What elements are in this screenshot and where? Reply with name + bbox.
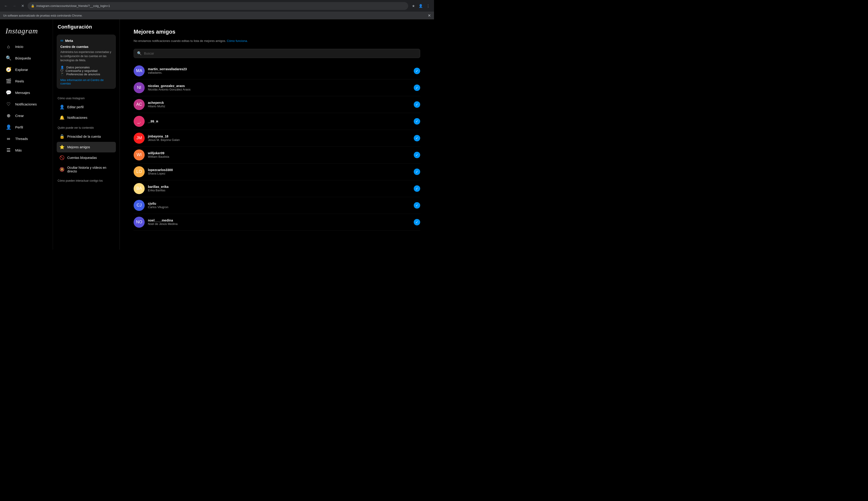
back-button[interactable]: ← <box>3 3 9 9</box>
sidebar-item-busqueda[interactable]: 🔍 Búsqueda <box>3 52 50 64</box>
sidebar-item-crear[interactable]: ⊕ Crear <box>3 110 50 121</box>
content-subtitle: No enviamos notificaciones cuando editas… <box>134 39 420 43</box>
settings-label-ocultar-historia: Ocultar historia y vídeos en directo <box>67 166 113 173</box>
settings-nav-cuentas-bloqueadas[interactable]: 🚫Cuentas bloqueadas <box>57 152 116 163</box>
settings-nav-notificaciones[interactable]: 🔔Notificaciones <box>57 113 116 123</box>
meta-description: Administra tus experiencias conectadas y… <box>60 50 112 62</box>
nav-icon-notificaciones: ♡ <box>6 101 11 107</box>
nav-label-mas: Más <box>15 148 22 152</box>
menu-button[interactable]: ⋮ <box>425 3 431 9</box>
avatar: WI <box>134 149 145 160</box>
friend-info-2: nicolas_gonzalez_araos Nicolás Antonio G… <box>148 84 411 91</box>
page-layout: Instagram ⌂ Inicio 🔍 Búsqueda 🧭 Explorar… <box>0 19 434 249</box>
friend-fullname: Erika Barillas <box>148 189 411 192</box>
nav-icon-inicio: ⌂ <box>6 43 11 50</box>
friend-check-8[interactable]: ✓ <box>414 185 420 192</box>
meta-link-label: Datos personales <box>66 66 89 69</box>
automation-banner: Un software automatizado de pruebas está… <box>0 12 434 19</box>
nav-icon-crear: ⊕ <box>6 113 11 119</box>
meta-more-link[interactable]: Más información en el Centro de cuentas <box>60 78 112 85</box>
meta-link-datos-personales[interactable]: 👤Datos personales <box>60 66 112 69</box>
meta-brand: Meta <box>65 39 73 43</box>
forward-button[interactable]: → <box>11 3 18 9</box>
sidebar-item-reels[interactable]: 🎬 Reels <box>3 75 50 87</box>
list-item: WI willjoker09 William Bautista ✓ <box>134 147 420 163</box>
friend-check-10[interactable]: ✓ <box>414 219 420 225</box>
settings-nav-mejores-amigos[interactable]: ⭐Mejores amigos <box>57 142 116 152</box>
friend-check-6[interactable]: ✓ <box>414 152 420 158</box>
meta-section-title: Centro de cuentas <box>60 45 112 49</box>
sidebar-item-threads[interactable]: ∞ Threads <box>3 133 50 145</box>
friend-fullname: Jesus M. Bayona Galan <box>148 138 411 142</box>
settings-nav-privacidad[interactable]: 🔒Privacidad de la cuenta <box>57 131 116 142</box>
url-text: instagram.com/accounts/close_friends/?__… <box>36 4 110 8</box>
friend-username: martin_serravalladares23 <box>148 67 411 71</box>
friend-check-9[interactable]: ✓ <box>414 202 420 209</box>
settings-label-privacidad: Privacidad de la cuenta <box>67 135 101 138</box>
friend-fullname: Nicolás Antonio González Araos <box>148 88 411 91</box>
avatar: JM <box>134 132 145 144</box>
sidebar-item-inicio[interactable]: ⌂ Inicio <box>3 41 50 52</box>
friend-check-1[interactable]: ✓ <box>414 68 420 74</box>
profile-button[interactable]: 👤 <box>417 3 424 9</box>
sidebar-item-explorar[interactable]: 🧭 Explorar <box>3 64 50 75</box>
list-item: BA barillas_erika Erika Barillas ✓ <box>134 180 420 197</box>
content-title: Mejores amigos <box>134 29 420 35</box>
avatar: BA <box>134 183 145 194</box>
nav-label-threads: Threads <box>15 137 28 141</box>
reload-button[interactable]: ✕ <box>19 3 26 9</box>
nav-label-explorar: Explorar <box>15 68 28 72</box>
settings-label-notificaciones: Notificaciones <box>67 116 87 119</box>
friend-fullname: Hilario Muñiz <box>148 105 411 108</box>
friend-check-7[interactable]: ✓ <box>414 169 420 175</box>
friend-info-3: acheperck Hilario Muñiz <box>148 101 411 108</box>
list-item: LO lopezcarlos3300 Shava Lopez ✓ <box>134 163 420 180</box>
friend-check-5[interactable]: ✓ <box>414 135 420 141</box>
search-bar: 🔍 <box>134 49 420 58</box>
list-item: NI nicolas_gonzalez_araos Nicolás Antoni… <box>134 79 420 96</box>
settings-nav-ocultar-historia[interactable]: 🔕Ocultar historia y vídeos en directo <box>57 163 116 176</box>
friend-username: cjvilu <box>148 202 411 205</box>
address-bar[interactable]: 🔒 instagram.com/accounts/close_friends/?… <box>28 2 408 10</box>
friend-check-2[interactable]: ✓ <box>414 85 420 91</box>
friend-info-5: jmbayona_18 Jesus M. Bayona Galan <box>148 135 411 142</box>
close-banner-button[interactable]: ✕ <box>428 13 431 18</box>
friend-username: willjoker09 <box>148 151 411 155</box>
subtitle-text: No enviamos notificaciones cuando editas… <box>134 39 226 43</box>
settings-label-editar-perfil: Editar perfil <box>67 105 84 109</box>
bookmark-button[interactable]: ★ <box>410 3 416 9</box>
nav-icon-explorar: 🧭 <box>6 66 11 73</box>
section-interactuar: Cómo pueden interactuar contigo los <box>57 176 116 184</box>
sidebar-item-mensajes[interactable]: 💬 Mensajes <box>3 87 50 98</box>
how-it-works-link[interactable]: Cómo funciona. <box>227 39 248 43</box>
sidebar-item-mas[interactable]: ☰ Más <box>3 145 50 156</box>
settings-title: Configuración <box>57 24 116 30</box>
instagram-logo: Instagram <box>3 24 50 40</box>
settings-nav-editar-perfil[interactable]: 👤Editar perfil <box>57 102 116 113</box>
nav-label-perfil: Perfil <box>15 125 23 129</box>
sidebar-item-notificaciones[interactable]: ♡ Notificaciones <box>3 98 50 110</box>
search-icon: 🔍 <box>137 51 142 55</box>
list-item: CJ cjvilu Carlos Vilugron ✓ <box>134 197 420 214</box>
sidebar-item-perfil[interactable]: 👤 Perfil <box>3 121 50 133</box>
settings-icon-privacidad: 🔒 <box>60 134 64 139</box>
meta-links: 👤Datos personales🛡Contraseña y seguridad… <box>60 66 112 76</box>
friend-username: jmbayona_18 <box>148 135 411 138</box>
friend-check-4[interactable]: ✓ <box>414 118 420 125</box>
nav-label-crear: Crear <box>15 114 24 118</box>
meta-link-preferencias-de-anuncios[interactable]: 📱Preferencias de anuncios <box>60 73 112 76</box>
settings-label-mejores-amigos: Mejores amigos <box>67 145 90 149</box>
avatar: MA <box>134 65 145 76</box>
search-input[interactable] <box>144 52 417 55</box>
settings-icon-cuentas-bloqueadas: 🚫 <box>60 155 64 160</box>
avatar: AC <box>134 99 145 110</box>
section-como-usas: Cómo usas Instagram <box>57 94 116 102</box>
meta-link-label: Contraseña y seguridad <box>66 69 97 73</box>
friend-info-4: _.99_ท <box>148 119 411 124</box>
friend-info-1: martin_serravalladares23 valladares. <box>148 67 411 74</box>
friend-username: acheperck <box>148 101 411 105</box>
avatar: LO <box>134 166 145 177</box>
friend-check-3[interactable]: ✓ <box>414 101 420 108</box>
meta-link-contraseña-y-seguridad[interactable]: 🛡Contraseña y seguridad <box>60 69 112 73</box>
avatar: NO <box>134 217 145 228</box>
